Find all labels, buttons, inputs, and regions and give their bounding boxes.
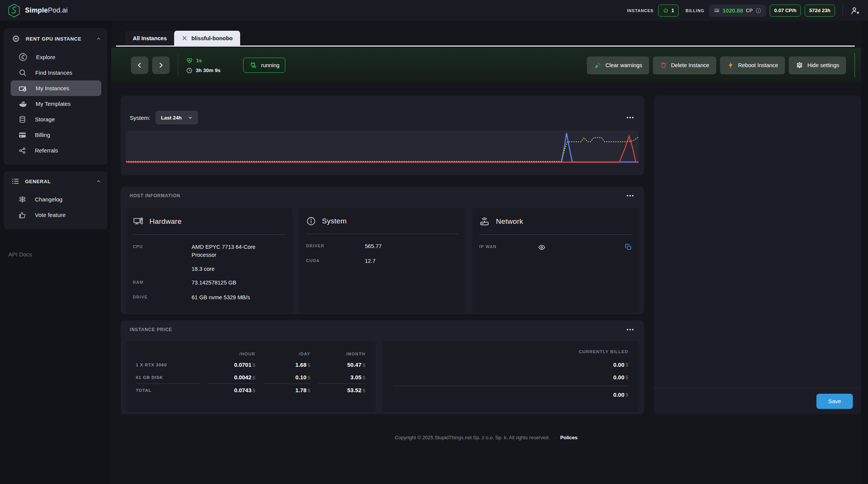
price-value: 1.68 [296, 361, 307, 368]
hide-settings-button[interactable]: Hide settings [789, 57, 846, 74]
price-row-total: TOTAL 0.0743$ 1.78$ 53.52$ [136, 384, 365, 396]
chevron-up-icon [96, 179, 101, 184]
chip-icon [11, 34, 20, 43]
clock-icon [186, 67, 193, 74]
reveal-ip-eye-icon[interactable] [538, 243, 546, 251]
api-docs-link[interactable]: API Docs [8, 251, 32, 258]
sidebar-item-vote-feature[interactable]: Vote feature [11, 207, 101, 223]
rate-badge[interactable]: 0.07 CP/h [770, 5, 801, 17]
cpu-label: CPU [133, 243, 192, 249]
currency: $ [253, 375, 255, 380]
polices-link[interactable]: Polices [560, 435, 578, 440]
sidebar-item-referrals[interactable]: Referrals [11, 143, 101, 158]
power-icon [663, 8, 669, 14]
currency: $ [253, 362, 255, 368]
sidebar-item-label: Referrals [35, 147, 58, 154]
my-instances-icon [18, 84, 27, 93]
heartbeat-icon [186, 57, 193, 64]
host-information-menu[interactable] [625, 193, 635, 199]
driver-value: 565.77 [365, 242, 382, 250]
copy-ip-icon[interactable] [624, 243, 632, 251]
billed-row: 0.00$ [393, 358, 628, 371]
price-value: 0.10 [296, 374, 307, 380]
general-section: GENERAL Changelog [4, 171, 107, 229]
tab-all-instances[interactable]: All Instances [125, 31, 174, 46]
chevron-left-icon [136, 61, 143, 69]
instance-tabbar: All Instances blissful-bonobo [116, 32, 855, 47]
save-button[interactable]: Save [816, 394, 853, 409]
brand-name: SimplePod.ai [25, 6, 68, 14]
sidebar-item-my-templates[interactable]: My Templates [11, 96, 101, 112]
currently-billed-title: CURRENTLY BILLED [393, 349, 628, 358]
brand-logo[interactable]: SimplePod.ai [8, 3, 68, 18]
ram-value: 73.142578125 GB [192, 279, 236, 287]
currency: $ [626, 392, 628, 398]
footer-separator: · [554, 435, 556, 440]
system-label: System: [130, 115, 150, 121]
chevron-up-icon [96, 36, 101, 41]
button-label: Hide settings [807, 62, 839, 68]
time-left-value: 572d 23h [809, 8, 830, 13]
divider [393, 386, 628, 386]
settings-panel: Save [654, 96, 861, 414]
info-icon[interactable] [755, 8, 761, 14]
system-usage-chart[interactable] [126, 130, 639, 164]
tab-label: All Instances [133, 35, 167, 41]
button-label: Delete Instance [671, 62, 709, 68]
general-section-header[interactable]: GENERAL [4, 171, 107, 185]
currency: $ [363, 388, 365, 393]
rent-gpu-section-header[interactable]: RENT GPU INSTANCE [4, 28, 107, 43]
sidebar-item-label: Find Instances [35, 69, 72, 76]
instance-price-panel: INSTANCE PRICE /HOUR /DAY /MONTH 1 X RTX… [121, 321, 644, 414]
drive-label: DRIVE [133, 294, 192, 299]
sidebar-item-label: Storage [35, 116, 55, 123]
instances-label: INSTANCES [627, 8, 654, 13]
currently-billed-card: CURRENTLY BILLED 0.00$ 0.00$ 0.00$ [382, 341, 639, 412]
instances-count-badge[interactable]: 1 [658, 5, 679, 17]
delete-instance-button[interactable]: Delete Instance [653, 57, 716, 74]
time-range-select[interactable]: Last 24h [156, 111, 198, 124]
instance-price-menu[interactable] [625, 327, 635, 333]
network-card-title: Network [496, 217, 523, 226]
instance-toolbar: 1s 3h 30m 9s running [111, 48, 868, 83]
sidebar-item-explore[interactable]: Explore [11, 49, 101, 65]
sidebar-item-storage[interactable]: Storage [11, 112, 101, 127]
network-card: Network IP WAN [472, 208, 639, 313]
system-panel: System: Last 24h [121, 96, 644, 175]
ip-wan-label: IP WAN [479, 243, 538, 249]
cuda-value: 12.7 [365, 257, 376, 265]
price-value: 0.0042 [234, 374, 252, 380]
sidebar-item-label: Vote feature [35, 212, 66, 218]
sidebar-item-my-instances[interactable]: My Instances [11, 80, 101, 96]
docker-icon [18, 99, 27, 108]
balance-amount: 1020.88 [723, 7, 743, 14]
price-value: 0.0743 [234, 387, 252, 393]
right-edge-strip [861, 21, 868, 484]
uptime-value: 3h 30m 9s [196, 68, 220, 73]
reboot-instance-button[interactable]: Reboot Instance [720, 57, 785, 74]
close-icon[interactable] [182, 35, 187, 41]
host-information-title: HOST INFORMATION [130, 193, 180, 198]
prev-instance-button[interactable] [131, 57, 148, 74]
next-instance-button[interactable] [152, 57, 170, 74]
sidebar-item-changelog[interactable]: Changelog [11, 192, 101, 207]
tab-instance-blissful-bonobo[interactable]: blissful-bonobo [174, 31, 240, 46]
balance-badge[interactable]: 1020.88 CP [709, 5, 766, 17]
sidebar-item-billing[interactable]: Billing [11, 127, 101, 143]
system-panel-menu[interactable] [625, 115, 635, 121]
clear-warnings-button[interactable]: Clear warnings [587, 57, 649, 74]
share-icon [18, 146, 27, 155]
divider [136, 383, 365, 384]
time-left-badge[interactable]: 572d 23h [805, 5, 835, 17]
sidebar-item-find-instances[interactable]: Find Instances [11, 65, 101, 80]
search-icon [18, 68, 27, 77]
account-settings-icon[interactable] [851, 6, 860, 15]
sidebar-item-label: Billing [35, 132, 50, 138]
col-day: /DAY [264, 352, 310, 356]
drive-value: 61 GB nvme 5329 MB/s [192, 294, 250, 302]
rate-value: 0.07 CP/h [774, 8, 797, 13]
credit-card-icon [18, 131, 27, 139]
topbar: SimplePod.ai INSTANCES 1 BILLING 1020.88 [0, 0, 868, 21]
currency: $ [253, 388, 255, 393]
currency: $ [363, 375, 365, 380]
